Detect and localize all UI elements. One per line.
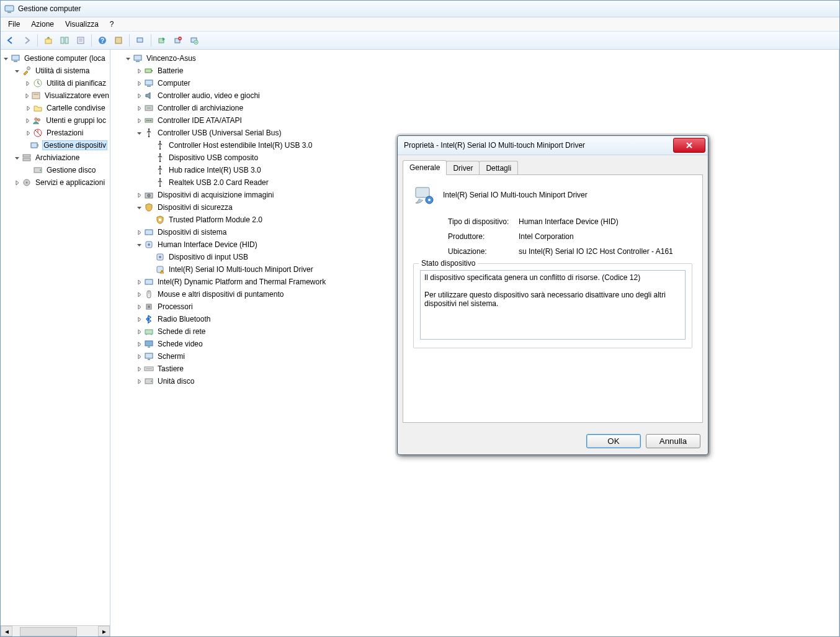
tree-expander-icon[interactable]: [135, 315, 143, 323]
tree-node[interactable]: Computer: [110, 77, 839, 89]
nav-tree[interactable]: Gestione computer (locaUtilità di sistem…: [1, 50, 110, 625]
svg-rect-2: [45, 39, 51, 43]
tree-expander-icon[interactable]: [135, 104, 143, 112]
tree-node-label: Dispositivi di acquisizione immagini: [156, 190, 275, 200]
svg-point-25: [38, 119, 40, 121]
scroll-thumb[interactable]: [20, 627, 77, 636]
dialog-actions: OK Annulla: [398, 428, 708, 454]
tree-expander-icon[interactable]: [135, 79, 143, 87]
tree-node[interactable]: Vincenzo-Asus: [110, 52, 839, 65]
toolbar-update-icon[interactable]: [154, 33, 169, 48]
nav-hscrollbar[interactable]: ◂ ▸: [1, 625, 110, 636]
menu-help[interactable]: ?: [105, 19, 119, 30]
tree-expander-icon[interactable]: [2, 55, 9, 62]
toolbar-back-icon[interactable]: [3, 33, 18, 48]
svg-rect-60: [159, 219, 161, 221]
tree-node[interactable]: Servizi e applicazioni: [1, 176, 110, 189]
security-icon: [144, 202, 154, 212]
toolbar-up-icon[interactable]: [41, 33, 56, 48]
close-button[interactable]: [673, 138, 705, 153]
svg-rect-77: [148, 346, 150, 348]
tab-dettagli[interactable]: Dettagli: [479, 161, 518, 175]
tree-expander-icon[interactable]: [135, 328, 143, 335]
tree-node[interactable]: Utilità di sistema: [1, 65, 110, 77]
tree-expander-icon[interactable]: [135, 340, 143, 348]
tree-expander-icon[interactable]: [13, 67, 20, 75]
svg-rect-41: [145, 80, 153, 85]
tree-node[interactable]: Controller di archiviazione: [110, 102, 839, 114]
ok-button[interactable]: OK: [586, 434, 641, 448]
svg-rect-73: [145, 330, 153, 334]
device-name: Intel(R) Serial IO Multi-touch Miniport …: [443, 191, 588, 199]
tree-expander-icon[interactable]: [135, 353, 143, 360]
toolbar-show-icon[interactable]: [57, 33, 72, 48]
menu-file[interactable]: File: [3, 19, 25, 30]
tab-generale[interactable]: Generale: [403, 160, 447, 175]
tree-expander-icon[interactable]: [124, 55, 132, 62]
svg-point-83: [151, 381, 152, 382]
tree-expander-icon[interactable]: [135, 117, 143, 124]
tree-expander-icon[interactable]: [24, 79, 32, 87]
tree-expander-icon[interactable]: [135, 204, 143, 211]
tree-expander-icon[interactable]: [135, 278, 143, 286]
storage-icon: [22, 153, 32, 163]
tree-node[interactable]: Controller IDE ATA/ATAPI: [110, 114, 839, 127]
tree-node[interactable]: Utilità di pianificaz: [1, 77, 110, 89]
tree-node[interactable]: Batterie: [110, 65, 839, 77]
tree-node-label: Dispositivo di input USB: [168, 252, 249, 262]
toolbar-uninstall-icon[interactable]: [171, 33, 185, 48]
toolbar-scan-icon[interactable]: [133, 33, 148, 48]
dialog-titlebar[interactable]: Proprietà - Intel(R) Serial IO Multi-tou…: [398, 136, 708, 155]
menu-azione[interactable]: Azione: [26, 19, 59, 30]
tree-node[interactable]: Archiviazione: [1, 151, 110, 164]
tree-node[interactable]: Cartelle condivise: [1, 102, 110, 114]
scroll-right-icon[interactable]: ▸: [98, 626, 110, 636]
tree-node-label: Utilità di sistema: [34, 66, 91, 76]
toolbar-forward-icon[interactable]: [19, 33, 34, 48]
tree-expander-icon[interactable]: [24, 117, 31, 124]
tree-expander-icon[interactable]: [135, 303, 143, 310]
value-produttore: Intel Corporation: [519, 232, 574, 241]
tree-expander-icon[interactable]: [135, 365, 143, 373]
tree-expander-icon[interactable]: [135, 377, 143, 385]
toolbar-props-icon[interactable]: [111, 33, 126, 48]
tree-node[interactable]: Controller audio, video e giochi: [110, 89, 839, 102]
cancel-button[interactable]: Annulla: [646, 434, 700, 448]
tree-node[interactable]: Utenti e gruppi loc: [1, 114, 110, 127]
toolbar-help-icon[interactable]: ?: [95, 33, 110, 48]
toolbar-list-icon[interactable]: [73, 33, 88, 48]
tree-expander-icon[interactable]: [24, 104, 32, 112]
usb-icon: [144, 128, 154, 138]
tree-node[interactable]: Prestazioni: [1, 127, 110, 139]
tree-node[interactable]: Visualizzatore even: [1, 89, 110, 102]
menu-visualizza[interactable]: Visualizza: [60, 19, 104, 30]
status-textarea[interactable]: [420, 270, 686, 340]
tree-expander-icon[interactable]: [135, 92, 143, 99]
window-title: Gestione computer: [18, 4, 81, 13]
tree-node-label: Controller USB (Universal Serial Bus): [156, 128, 282, 138]
tree-expander-icon[interactable]: [24, 129, 32, 137]
tree-node-label: Archiviazione: [34, 153, 81, 163]
cpu-icon: [144, 302, 154, 312]
folder-share-icon: [33, 103, 43, 113]
tree-expander-icon[interactable]: [13, 154, 20, 161]
toolbar-disable-icon[interactable]: [187, 33, 202, 48]
svg-rect-40: [151, 70, 153, 71]
device-info: Tipo di dispositivo:Human Interface Devi…: [448, 217, 692, 256]
tree-expander-icon[interactable]: [13, 179, 20, 186]
tree-expander-icon[interactable]: [135, 191, 143, 199]
tree-expander-icon[interactable]: [135, 291, 143, 298]
tree-expander-icon[interactable]: [135, 228, 143, 236]
svg-rect-61: [145, 230, 153, 235]
tree-expander-icon[interactable]: [135, 241, 143, 248]
tree-node[interactable]: Gestione disco: [1, 164, 110, 176]
tree-node[interactable]: Gestione computer (loca: [1, 52, 110, 65]
tree-expander-icon[interactable]: [24, 92, 30, 99]
tree-node[interactable]: Gestione dispositiv: [1, 139, 110, 151]
tree-expander-icon[interactable]: [135, 129, 143, 137]
scroll-left-icon[interactable]: ◂: [1, 626, 12, 636]
tree-expander-icon[interactable]: [135, 67, 143, 75]
tab-driver[interactable]: Driver: [446, 161, 480, 175]
tree-node-label: Controller IDE ATA/ATAPI: [156, 115, 243, 125]
svg-rect-55: [159, 173, 161, 174]
